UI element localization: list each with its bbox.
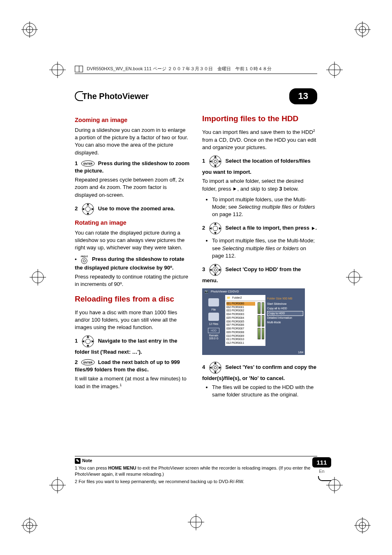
ss-file-label: File (203, 308, 224, 311)
svg-text:ENTER: ENTER (83, 361, 92, 364)
crop-mark (354, 21, 371, 38)
para-import-intro: You can import files and save them to th… (202, 128, 317, 151)
svg-point-49 (85, 339, 90, 344)
step-reload-1: 1 Navigate to the last entry in the fold… (75, 334, 190, 356)
svg-marker-51 (87, 345, 89, 347)
section-title: The PhotoViewer (82, 90, 289, 102)
svg-text:ANGLE: ANGLE (81, 255, 88, 258)
page-number-value: 111 (312, 457, 331, 467)
step-zoom-2: 2 Use to move the zoomed area. (75, 202, 190, 216)
bullet-copy-result: The files will be copied to the HDD with… (202, 384, 317, 398)
para-rotate-after: Press repeatedly to continue rotating th… (75, 273, 190, 288)
step-import-1: 1 Select the location of folders/files y… (202, 154, 317, 176)
para-import-1a: To import a whole folder, select the des… (202, 177, 317, 192)
step-rotate: • ANGLE Press during the slideshow to ro… (75, 255, 190, 272)
enter-button-icon: ENTER (81, 160, 95, 167)
svg-point-64 (213, 226, 218, 231)
heading-zooming: Zooming an image (75, 116, 190, 124)
para-rotate-intro: You can rotate the displayed picture dur… (75, 229, 190, 252)
ss-camera-icon: 📷 (205, 290, 208, 294)
note-icon: ✎ (75, 458, 81, 464)
svg-marker-81 (210, 366, 212, 369)
svg-marker-44 (92, 208, 94, 210)
svg-marker-75 (219, 269, 221, 271)
header-file-text: DVR550HXS_WV_EN.book 111 ページ ２００７年３月３０日 … (87, 66, 272, 71)
svg-point-78 (214, 366, 217, 369)
page-number: 111 En (312, 457, 331, 481)
crop-mark (49, 62, 66, 78)
dpad-nav-icon (81, 202, 95, 216)
para-zoom-intro: During a slideshow you can zoom in to en… (75, 127, 190, 157)
note-label-text: Note (82, 458, 92, 464)
page-header-line: DVR550HXS_WV_EN.book 111 ページ ２００７年３月３０日 … (75, 66, 317, 74)
ss-folder-size: Folder Size 900 MB (267, 297, 303, 301)
svg-marker-61 (210, 160, 212, 163)
crop-mark (346, 269, 362, 286)
ss-files-label: 12 Files (203, 322, 224, 325)
svg-point-40 (85, 207, 90, 212)
crop-mark (354, 517, 371, 534)
step-import-4: 4 Select 'Yes' to confirm and copy the f… (202, 361, 317, 382)
page-number-lang: En (312, 468, 331, 474)
crop-mark (49, 477, 66, 493)
svg-marker-72 (214, 264, 217, 266)
svg-marker-52 (82, 340, 84, 343)
svg-marker-68 (219, 227, 221, 230)
chapter-number-badge: 13 (289, 88, 317, 104)
svg-point-57 (212, 159, 218, 164)
svg-marker-73 (214, 274, 217, 276)
step-zoom-1: 1 ENTER Press during the slideshow to zo… (75, 160, 190, 175)
ss-file-icon (208, 298, 219, 306)
ss-thumbnails (256, 301, 265, 346)
ss-folder-icon: 📁 (227, 296, 231, 300)
svg-marker-42 (87, 213, 89, 215)
step-import-3: 3 Select 'Copy to HDD' from the menu. (202, 263, 317, 284)
svg-point-46 (81, 258, 87, 264)
section-title-bar: The PhotoViewer 13 (75, 88, 317, 104)
para-reload-intro: If you have a disc with more than 1000 f… (75, 309, 190, 332)
para-zoom-after: Repeated presses cycle between zoom off,… (75, 176, 190, 199)
svg-point-71 (214, 269, 217, 271)
svg-marker-60 (214, 165, 217, 167)
heading-importing: Importing files to the HDD (202, 113, 317, 124)
crop-mark (21, 517, 38, 534)
footnote-2: 2 For files you want to keep permanently… (75, 479, 317, 485)
svg-marker-43 (82, 208, 84, 210)
crop-mark (30, 269, 46, 286)
svg-marker-74 (210, 269, 212, 271)
svg-marker-59 (214, 156, 217, 158)
enter-button-icon: ENTER (81, 359, 95, 366)
svg-marker-82 (219, 366, 221, 369)
svg-marker-79 (214, 362, 217, 364)
ss-files-icon (208, 313, 219, 321)
heading-reloading: Reloading files from a disc (75, 294, 190, 305)
crop-mark (21, 21, 38, 38)
svg-point-47 (83, 260, 85, 262)
ss-context-menu: Start Slideshow Copy all to HDD Copy to … (267, 302, 303, 325)
footnotes: ✎ Note 1 You can press HOME MENU to exit… (75, 456, 317, 485)
svg-marker-80 (214, 371, 217, 373)
bullet-import-folders: To import multiple folders, use the Mult… (202, 196, 317, 219)
svg-marker-62 (219, 160, 221, 163)
svg-text:ENTER: ENTER (83, 162, 92, 165)
footnote-1: 1 You can press HOME MENU to exit the Ph… (75, 465, 317, 477)
bullet-import-files: To import multiple files, use the Multi-… (202, 237, 317, 260)
step-reload-2: 2 ENTER Load the next batch of up to 999… (75, 359, 190, 373)
right-column: Importing files to the HDD You can impor… (202, 113, 317, 402)
para-reload-after: It will take a moment (at most a few min… (75, 375, 190, 391)
svg-marker-50 (87, 336, 89, 338)
ss-file-list: 001 PIOR0000 002 PIOR0001 003 PIOR0002 0… (225, 301, 256, 346)
svg-marker-41 (87, 203, 89, 205)
ss-menu-selected: Copy to HDD (267, 311, 303, 316)
angle-button-icon: ANGLE (80, 255, 89, 264)
svg-marker-53 (92, 340, 94, 343)
ss-pager: 1/84 (298, 350, 303, 354)
book-icon (75, 66, 83, 72)
heading-rotating: Rotating an image (75, 219, 190, 227)
svg-marker-65 (214, 223, 217, 225)
dpad-nav-icon (81, 334, 95, 348)
ss-remain-label: Remain100.0 G (203, 334, 224, 340)
dpad-nav-icon (208, 221, 222, 235)
svg-marker-66 (214, 232, 217, 234)
dpad-enter-icon (208, 154, 222, 168)
